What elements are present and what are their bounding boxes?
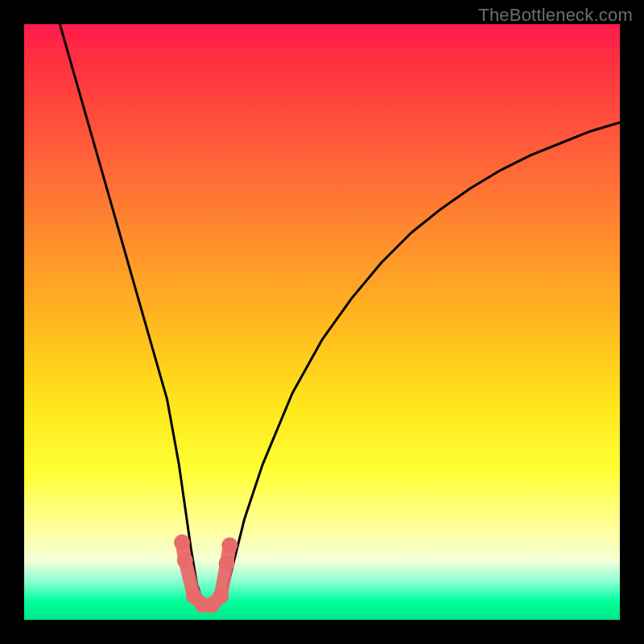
marker-dot <box>219 555 235 572</box>
watermark-text: TheBottleneck.com <box>478 5 633 26</box>
marker-dot <box>221 538 237 554</box>
marker-dot <box>195 597 211 613</box>
marker-dot <box>186 588 202 604</box>
marker-dot <box>204 597 220 613</box>
curve-path <box>60 24 620 608</box>
marker-dot <box>177 552 193 568</box>
marker-connector <box>182 543 229 605</box>
marker-dot <box>213 588 229 604</box>
gradient-plot-area <box>24 24 620 620</box>
bottleneck-curve-svg <box>24 24 620 620</box>
marker-dot <box>174 535 190 551</box>
chart-frame: TheBottleneck.com <box>0 0 644 644</box>
